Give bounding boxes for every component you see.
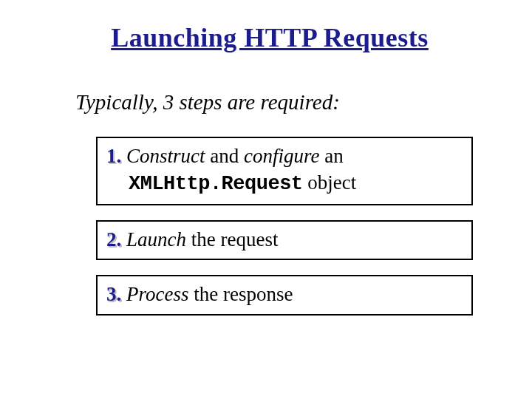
slide-container: Launching HTTP Requests Typically, 3 ste… [0, 0, 532, 316]
slide-subtitle: Typically, 3 steps are required: [75, 90, 458, 115]
word-configure: configure [244, 145, 319, 167]
step-text: Process the response [126, 283, 293, 305]
step-number: 1. [106, 145, 121, 167]
step-number: 2. [106, 228, 121, 250]
slide-title: Launching HTTP Requests [81, 22, 458, 53]
step-number: 3. [106, 283, 121, 305]
step-text: Construct and configure an [126, 145, 344, 167]
word-construct: Construct [126, 145, 205, 167]
step-box-2: 2. Launch the request [96, 220, 473, 260]
word-an: an [319, 145, 343, 167]
word-process: Process [126, 283, 188, 305]
word-launch: Launch [126, 228, 186, 250]
step-box-3: 3. Process the response [96, 275, 473, 315]
step-text: Launch the request [126, 228, 278, 250]
word-and: and [205, 145, 244, 167]
step-box-1: 1. Construct and configure an XMLHttp.Re… [96, 137, 473, 205]
code-xmlhttprequest: XMLHttp.Request [129, 173, 303, 195]
step-rest: the request [186, 228, 278, 250]
step-rest: the response [188, 283, 293, 305]
step-text-line2: XMLHttp.Request object [106, 169, 356, 197]
word-object: object [303, 171, 357, 194]
